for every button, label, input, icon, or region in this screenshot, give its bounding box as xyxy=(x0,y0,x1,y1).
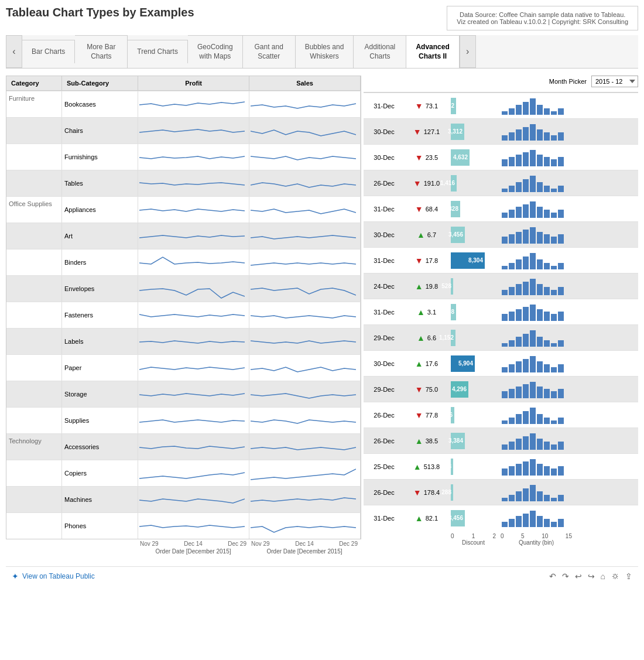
histogram-bar xyxy=(551,213,557,218)
right-trend: ▼ 127.1 xyxy=(405,127,448,136)
histogram-bar xyxy=(502,213,508,218)
undo-icon[interactable]: ↶ xyxy=(549,572,556,581)
tab-trend-charts[interactable]: Trend Charts xyxy=(128,40,188,64)
nav-next-arrow[interactable]: › xyxy=(460,35,476,68)
histogram-bar xyxy=(523,282,529,295)
histogram-bar xyxy=(502,189,508,192)
month-picker-row: Month Picker 2015 - 12 xyxy=(364,76,638,87)
nav-prev-arrow[interactable]: ‹ xyxy=(6,35,22,68)
histogram-bar xyxy=(530,459,536,476)
tab-additional[interactable]: AdditionalCharts xyxy=(354,35,406,68)
tab-gant-scatter[interactable]: Gant andScatter xyxy=(243,35,296,68)
right-histogram xyxy=(498,224,574,246)
tab-bubbles[interactable]: Bubbles andWhiskers xyxy=(296,35,354,68)
sales-sparkline xyxy=(251,436,356,458)
histogram-bar xyxy=(516,182,522,192)
histogram-bar xyxy=(537,155,543,166)
table-row: Art xyxy=(6,223,361,249)
back-icon[interactable]: ↩ xyxy=(575,572,582,581)
page-title: Tableau Chart Types by Examples xyxy=(6,6,194,19)
histogram-bar xyxy=(558,340,564,347)
histogram-bar xyxy=(537,309,543,321)
trend-up-icon: ▲ xyxy=(415,514,423,523)
histogram-bar xyxy=(502,420,508,424)
histogram-bar xyxy=(558,495,564,501)
right-date: 26-Dec xyxy=(364,180,405,187)
cell-profit-spark xyxy=(138,329,249,354)
right-row: 30-Dec ▲ 6.7 3,456 xyxy=(364,221,638,247)
histogram-bar xyxy=(523,488,529,501)
trend-down-icon: ▼ xyxy=(415,101,423,111)
histogram-bar xyxy=(551,135,557,141)
right-date: 31-Dec xyxy=(364,309,405,316)
right-sales-bar: 5,904 xyxy=(448,355,498,372)
cell-sales-spark xyxy=(249,408,361,433)
tab-advanced[interactable]: AdvancedCharts II xyxy=(406,35,459,68)
histogram-bar xyxy=(530,433,536,450)
cell-sales-spark xyxy=(249,434,361,460)
right-trend: ▲ 17.6 xyxy=(405,359,448,368)
histogram-bar xyxy=(558,108,564,115)
tab-bar-charts[interactable]: Bar Charts xyxy=(22,40,75,64)
histogram-bar xyxy=(502,111,508,115)
profit-sparkline xyxy=(139,330,245,353)
right-sales-bar: 528 xyxy=(448,278,498,295)
redo-icon[interactable]: ↷ xyxy=(562,572,569,581)
histogram-bar xyxy=(523,230,529,244)
table-row: Furnishings xyxy=(6,143,361,170)
right-histogram xyxy=(498,353,574,375)
right-histogram xyxy=(498,327,574,349)
histogram-bar xyxy=(558,312,564,321)
profit-sparkline xyxy=(139,462,245,484)
histogram-bar xyxy=(544,519,550,527)
cell-sales-spark xyxy=(249,513,361,539)
histogram-svg xyxy=(501,507,571,529)
trend-up-icon: ▲ xyxy=(415,359,423,368)
histogram-bar xyxy=(544,157,550,166)
right-trend: ▲ 6.7 xyxy=(405,230,448,240)
tab-more-bar-charts[interactable]: More BarCharts xyxy=(75,35,128,68)
right-histogram xyxy=(498,404,574,426)
histogram-bar xyxy=(537,129,543,141)
cell-subcategory: Fasteners xyxy=(62,302,138,328)
right-sales-bar: 4,632 xyxy=(448,149,498,166)
right-trend: ▼ 77.8 xyxy=(405,411,448,420)
histogram-bar xyxy=(509,132,515,141)
home-icon[interactable]: ⌂ xyxy=(601,572,605,581)
sales-sparkline xyxy=(251,278,356,300)
table-row: Supplies xyxy=(6,407,361,433)
footer-icons: ↶ ↷ ↩ ↪ ⌂ ⛭ ⇪ xyxy=(549,572,632,581)
histogram-bar xyxy=(516,387,522,398)
share-icon[interactable]: ⇪ xyxy=(625,572,632,581)
right-date: 31-Dec xyxy=(364,257,405,264)
table-header-row: Category Sub-Category Profit Sales xyxy=(6,76,361,91)
camera-icon[interactable]: ⛭ xyxy=(611,572,619,581)
sales-sparkline xyxy=(251,146,356,168)
sales-sparkline xyxy=(251,357,356,379)
table-row: Envelopes xyxy=(6,275,361,302)
right-bottom-axes: 012 Discount 051015 Quantity (bin) xyxy=(364,533,638,546)
histogram-bar xyxy=(523,359,529,372)
cell-category: Office Supplies xyxy=(6,197,62,223)
right-row: 26-Dec ▼ 77.8 816 xyxy=(364,402,638,428)
histogram-bar xyxy=(551,343,557,347)
axis-titles-row: Order Date [December 2015] Order Date [D… xyxy=(6,548,361,555)
right-date: 31-Dec xyxy=(364,206,405,213)
histogram-svg xyxy=(501,430,571,452)
tab-geocoding[interactable]: GeoCodingwith Maps xyxy=(188,35,243,68)
histogram-svg xyxy=(501,378,571,401)
histogram-bar xyxy=(551,290,557,295)
histogram-bar xyxy=(516,337,522,347)
histogram-bar xyxy=(516,155,522,166)
datasource-line2: Viz created on Tableau v.10.0.2 | Copyri… xyxy=(457,18,628,25)
histogram-bar xyxy=(558,210,564,218)
histogram-bar xyxy=(502,498,508,501)
histogram-bar xyxy=(537,337,543,347)
histogram-bar xyxy=(502,135,508,141)
trend-down-icon: ▼ xyxy=(415,204,423,214)
view-tableau-link[interactable]: ✦ View on Tableau Public xyxy=(12,572,95,581)
forward-icon[interactable]: ↪ xyxy=(588,572,595,581)
sales-sparkline xyxy=(251,304,356,326)
histogram-bar xyxy=(530,382,536,398)
month-picker-select[interactable]: 2015 - 12 xyxy=(591,76,638,87)
